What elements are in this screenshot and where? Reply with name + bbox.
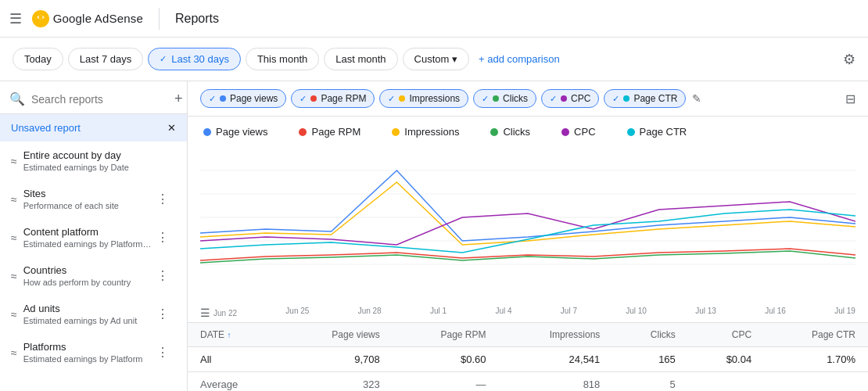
- sidebar-item-platforms[interactable]: ≈ Platforms Estimated earnings by Platfo…: [0, 333, 181, 371]
- sidebar-item-title-sites: Sites: [23, 188, 156, 199]
- settings-icon[interactable]: ⚙: [843, 52, 855, 67]
- sidebar-item-content-cp: Content platform Estimated earnings by P…: [23, 226, 156, 249]
- sidebar-item-content-adunits: Ad units Estimated earnings by Ad unit: [23, 303, 156, 325]
- more-options-icon-adunits[interactable]: ⋮: [156, 307, 170, 321]
- sidebar-item-subtitle-sites: Performance of each site: [23, 201, 156, 210]
- chart-settings-icon[interactable]: ⊟: [845, 91, 855, 106]
- sidebar-item-content-countries: Countries How ads perform by country: [23, 264, 156, 287]
- search-input[interactable]: [31, 93, 168, 106]
- col-impressions: Impressions: [499, 323, 613, 347]
- cell-page-rpm-avg: —: [393, 372, 499, 392]
- more-options-icon-countries[interactable]: ⋮: [156, 268, 170, 283]
- chip-dot-page-ctr: [623, 95, 629, 102]
- cell-impressions-avg: 818: [499, 372, 613, 392]
- chip-page-rpm[interactable]: ✓ Page RPM: [291, 89, 375, 108]
- x-label-7: Jul 13: [695, 307, 716, 319]
- add-comparison-button[interactable]: + add comparison: [479, 53, 560, 65]
- cell-page-ctr-avg: [764, 372, 868, 392]
- legend-label-cpc: CPC: [574, 126, 595, 138]
- logo-divider: [159, 8, 160, 30]
- line-chart: [200, 147, 855, 288]
- sidebar-item-subtitle-cp: Estimated earnings by Platform…: [23, 239, 156, 249]
- chart-area: [188, 147, 868, 303]
- legend-label-page-views: Page views: [216, 126, 267, 138]
- filter-this-month[interactable]: This month: [246, 48, 319, 70]
- legend-dot-page-views: [203, 128, 211, 136]
- sidebar: 🔍 + Unsaved report ✕ ≈ Entire account by…: [0, 81, 188, 391]
- cell-page-views-avg: 323: [282, 372, 393, 392]
- x-label-2: Jun 28: [358, 307, 382, 319]
- filter-today[interactable]: Today: [13, 48, 63, 70]
- legend-label-clicks: Clicks: [503, 126, 530, 138]
- hamburger-icon[interactable]: ☰: [9, 10, 22, 27]
- cell-clicks-all: 165: [612, 347, 688, 372]
- legend-dot-clicks: [490, 128, 498, 136]
- adsense-logo-icon: [31, 9, 50, 28]
- cell-cpc-avg: [688, 372, 764, 392]
- chip-impressions[interactable]: ✓ Impressions: [379, 89, 468, 108]
- legend-dot-cpc: [561, 128, 569, 136]
- chip-label-clicks: Clicks: [503, 93, 528, 104]
- x-label-0: ☰ Jun 22: [200, 307, 237, 319]
- data-table: DATE ↑ Page views Page RPM Impressions C…: [188, 322, 868, 391]
- legend-dot-page-ctr: [627, 128, 635, 136]
- sidebar-item-sites[interactable]: ≈ Sites Performance of each site ⋮: [0, 180, 181, 218]
- legend-clicks: Clicks: [490, 126, 530, 138]
- more-options-icon-platforms[interactable]: ⋮: [156, 345, 170, 360]
- chip-label-cpc: CPC: [571, 93, 590, 104]
- cell-date-avg: Average: [188, 372, 282, 392]
- svg-point-1: [38, 15, 42, 19]
- unsaved-report-item[interactable]: Unsaved report ✕: [0, 114, 187, 142]
- cell-clicks-avg: 5: [612, 372, 688, 392]
- sidebar-item-content-platform[interactable]: ≈ Content platform Estimated earnings by…: [0, 218, 181, 256]
- more-options-icon-cp[interactable]: ⋮: [156, 230, 170, 245]
- cell-page-rpm-all: $0.60: [393, 347, 499, 372]
- legend-dot-page-rpm: [299, 128, 307, 136]
- chip-cpc[interactable]: ✓ CPC: [541, 89, 599, 108]
- sidebar-item-countries[interactable]: ≈ Countries How ads perform by country ⋮: [0, 256, 181, 295]
- sidebar-item-title-cp: Content platform: [23, 226, 156, 238]
- legend-label-page-ctr: Page CTR: [640, 126, 687, 138]
- chip-clicks[interactable]: ✓ Clicks: [473, 89, 536, 108]
- chip-dot-page-rpm: [310, 95, 317, 102]
- x-label-5: Jul 7: [561, 307, 577, 319]
- sort-icon-date: ↑: [227, 331, 231, 339]
- filter-last-month[interactable]: Last month: [324, 48, 397, 70]
- legend-page-views: Page views: [203, 126, 267, 138]
- chip-dot-impressions: [399, 95, 405, 102]
- x-label-9: Jul 19: [834, 307, 855, 319]
- sidebar-item-content-sites: Sites Performance of each site: [23, 188, 156, 210]
- col-date[interactable]: DATE ↑: [188, 323, 282, 347]
- search-icon: 🔍: [9, 91, 25, 106]
- sidebar-item-ad-units[interactable]: ≈ Ad units Estimated earnings by Ad unit…: [0, 295, 181, 333]
- more-options-icon-sites[interactable]: ⋮: [156, 192, 170, 206]
- x-label-4: Jul 4: [495, 307, 511, 319]
- edit-metrics-icon[interactable]: ✎: [692, 92, 701, 105]
- chip-label-page-rpm: Page RPM: [321, 93, 366, 104]
- chip-dot-page-views: [220, 95, 226, 102]
- sidebar-item-icon-adunits: ≈: [11, 308, 17, 321]
- metric-chips-bar: ✓ Page views ✓ Page RPM ✓ Impressions ✓ …: [188, 81, 868, 117]
- sidebar-item-entire-account[interactable]: ≈ Entire account by day Estimated earnin…: [0, 142, 181, 180]
- filter-bar-right: ⚙: [843, 51, 855, 68]
- logo-area: ☰ Google AdSense: [9, 9, 143, 28]
- sidebar-item-icon-platforms: ≈: [11, 346, 17, 359]
- sidebar-item-title-platforms: Platforms: [23, 341, 156, 353]
- filter-last7[interactable]: Last 7 days: [68, 48, 144, 70]
- chip-page-ctr[interactable]: ✓ Page CTR: [604, 89, 686, 108]
- x-axis-labels: ☰ Jun 22 Jun 25 Jun 28 Jul 1 Jul 4 Jul 7…: [188, 303, 868, 322]
- add-report-icon[interactable]: +: [174, 91, 183, 107]
- chip-page-views[interactable]: ✓ Page views: [200, 89, 286, 108]
- sidebar-item-subtitle: Estimated earnings by Date: [23, 163, 170, 172]
- sidebar-item-title-countries: Countries: [23, 264, 156, 276]
- logo-text: Google AdSense: [53, 12, 143, 25]
- cell-cpc-all: $0.04: [688, 347, 764, 372]
- filter-custom[interactable]: Custom ▾: [403, 48, 469, 70]
- cell-page-views-all: 9,708: [282, 347, 393, 372]
- col-clicks: Clicks: [612, 323, 688, 347]
- filter-last30[interactable]: ✓ Last 30 days: [148, 48, 241, 70]
- x-label-1: Jun 25: [285, 307, 309, 319]
- legend-page-ctr: Page CTR: [627, 126, 687, 138]
- close-unsaved-icon[interactable]: ✕: [167, 122, 176, 134]
- sidebar-item-subtitle-countries: How ads perform by country: [23, 278, 156, 287]
